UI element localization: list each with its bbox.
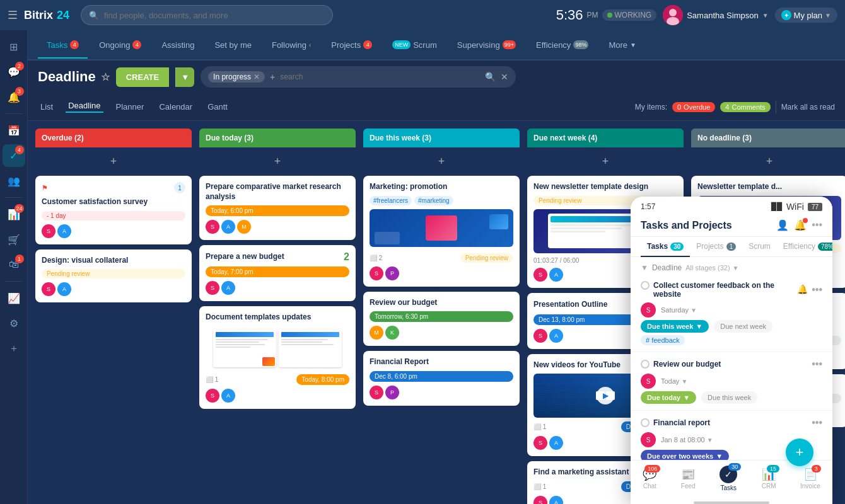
create-button[interactable]: CREATE (116, 67, 169, 87)
task-1-checkbox[interactable] (641, 281, 650, 290)
chevron-down-icon: ▼ (762, 12, 769, 19)
panel-task-2-due[interactable]: Due today ▼ (641, 391, 696, 404)
chevron-due-1: ▼ (696, 323, 702, 330)
filter-tag-inprogress[interactable]: In progress ✕ (208, 71, 265, 83)
star-icon[interactable]: ☆ (101, 71, 110, 83)
card-c5-image (206, 326, 349, 370)
create-dropdown-button[interactable]: ▼ (175, 67, 194, 87)
panel-task-1[interactable]: Collect customer feedback on the website… (631, 275, 832, 352)
col-add-today[interactable]: + (199, 152, 356, 171)
chevron-down-icon-plan: ▼ (825, 12, 831, 19)
col-title-nodeadline: No deadline (3) (697, 134, 752, 142)
comments-count: 4 (725, 103, 729, 111)
view-gantt[interactable]: Gantt (205, 102, 230, 112)
view-deadline[interactable]: Deadline (66, 101, 103, 113)
filter-remove-icon[interactable]: ✕ (254, 72, 260, 81)
panel-task-2-more[interactable]: ••• (812, 358, 822, 370)
mark-all-read[interactable]: Mark all as read (781, 103, 835, 112)
view-calendar[interactable]: Calendar (156, 102, 195, 112)
task-3-checkbox[interactable] (641, 418, 650, 427)
view-list[interactable]: List (38, 102, 55, 112)
search-filter-icon[interactable]: 🔍 (485, 72, 496, 82)
close-filter-icon[interactable]: ✕ (501, 72, 508, 82)
card-c1[interactable]: ⚑ 1 Customer satisfaction survey - 1 day… (35, 176, 192, 244)
sidebar-item-shop2[interactable]: 🛍 1 (3, 253, 25, 276)
bottom-nav-feed[interactable]: 📰 Feed (681, 467, 696, 490)
card-c1-title: Customer satisfaction survey (42, 197, 185, 207)
card-c7-title: Review our budget (370, 298, 513, 308)
sidebar-item-tasks[interactable]: ✓ 4 (3, 144, 25, 167)
tab-more[interactable]: More ▼ (600, 33, 645, 59)
col-add-thisweek[interactable]: + (363, 152, 520, 171)
bottom-nav-chat-icon: 💬 106 (643, 467, 656, 481)
panel-tab-scrum[interactable]: Scrum (742, 237, 777, 257)
card-c2[interactable]: Design: visual collateral Pending review… (35, 249, 192, 303)
bottom-nav-chat[interactable]: 💬 106 Chat (643, 467, 656, 490)
panel-task-1-more[interactable]: ••• (812, 284, 822, 295)
plus-icon: ＋ (9, 342, 19, 355)
hamburger-icon[interactable]: ☰ (8, 8, 18, 22)
sidebar-item-contacts[interactable]: 👥 (3, 169, 25, 192)
tab-assisting[interactable]: Assisting (153, 33, 203, 59)
tab-tasks[interactable]: Tasks 4 (38, 33, 88, 59)
fab-add-button[interactable]: + (786, 438, 813, 466)
panel-task-3-due[interactable]: Due over two weeks ▼ (641, 450, 729, 460)
mute-icon[interactable]: 🔔 (797, 284, 808, 295)
tab-following[interactable]: Following ‹ (263, 33, 320, 59)
play-button[interactable]: ▶ (597, 387, 614, 404)
tab-scrum[interactable]: NEW Scrum (383, 33, 446, 59)
panel-more-icon[interactable]: ••• (812, 219, 822, 231)
tab-setbyme[interactable]: Set by me (206, 33, 260, 59)
panel-task-1-due[interactable]: Due this week ▼ (641, 320, 709, 333)
panel-user-icon[interactable]: 👤 (776, 219, 789, 231)
sidebar-item-settings[interactable]: ⚙ (3, 312, 25, 335)
bottom-nav-tasks[interactable]: ✓ 30 Tasks (720, 466, 737, 491)
bottom-nav-invoice[interactable]: 📄 3 Invoice (800, 467, 820, 490)
global-search[interactable]: 🔍 (81, 5, 333, 25)
comments-badge[interactable]: 4 Comments (720, 102, 770, 112)
sidebar-item-shop[interactable]: 🛒 (3, 228, 25, 251)
my-plan-button[interactable]: ✦ My plan ▼ (775, 8, 837, 23)
tab-efficiency[interactable]: Efficiency 98% (527, 33, 597, 59)
col-header-nextweek: Due next week (4) (527, 129, 684, 147)
panel-group-header[interactable]: ▼ Deadline All stages (32) ▼ (631, 257, 832, 275)
panel-bell-icon[interactable]: 🔔 (794, 219, 807, 231)
group-sub-text: All stages (32) (685, 264, 730, 272)
sidebar-item-home[interactable]: ⊞ (3, 35, 25, 58)
sidebar-item-crm[interactable]: 📊 24 (3, 203, 25, 226)
card-c2-title: Design: visual collateral (42, 256, 185, 266)
col-add-overdue[interactable]: + (35, 152, 192, 171)
working-status: WORKING (602, 9, 657, 21)
panel-tab-projects[interactable]: Projects 1 (690, 237, 742, 257)
card-c8[interactable]: Financial Report Dec 8, 6:00 pm S P (363, 351, 520, 406)
view-planner[interactable]: Planner (114, 102, 147, 112)
search-input[interactable] (104, 11, 325, 20)
bottom-nav-crm[interactable]: 📊 15 CRM (762, 467, 776, 490)
panel-task-3-more[interactable]: ••• (812, 417, 822, 428)
user-info[interactable]: Samantha Simpson ▼ (663, 5, 768, 25)
col-add-nodeadline[interactable]: + (691, 152, 845, 171)
task-2-checkbox[interactable] (641, 360, 650, 369)
sidebar-item-analytics[interactable]: 📈 (3, 287, 25, 309)
filter-search-input[interactable] (280, 72, 480, 81)
card-c1-meta: ⚑ 1 (42, 182, 185, 193)
card-c3[interactable]: Prepare comparative market research anal… (199, 176, 356, 240)
card-c7[interactable]: Review our budget Tomorrow, 6:30 pm M K (363, 292, 520, 346)
panel-task-2[interactable]: Review our budget ••• S Today ▼ Due toda… (631, 352, 832, 411)
col-add-nextweek[interactable]: + (527, 152, 684, 171)
sidebar-item-calendar[interactable]: 📅 (3, 119, 25, 142)
sidebar-item-add[interactable]: ＋ (3, 337, 25, 360)
tab-projects[interactable]: Projects 4 (322, 33, 381, 59)
card-c4[interactable]: Prepare a new budget 2 Today, 7:00 pm S … (199, 245, 356, 301)
panel-tab-tasks[interactable]: Tasks 30 (641, 237, 690, 257)
overdue-badge[interactable]: 0 Overdue (672, 102, 715, 112)
tab-supervising[interactable]: Supervising 99+ (448, 33, 525, 59)
sidebar-item-notifications[interactable]: 🔔 3 (3, 86, 25, 108)
group-label: Deadline (652, 263, 682, 272)
tab-ongoing[interactable]: Ongoing 4 (90, 33, 150, 59)
card-c5[interactable]: Document templates updates (199, 306, 356, 409)
panel-task-3-date: Jan 8 at 08:00 ▼ (661, 436, 713, 444)
panel-tab-efficiency[interactable]: Efficiency 78% (777, 237, 832, 257)
sidebar-item-chat[interactable]: 💬 2 (3, 60, 25, 83)
card-c6[interactable]: Marketing: promotion #freelancers #marke… (363, 176, 520, 287)
